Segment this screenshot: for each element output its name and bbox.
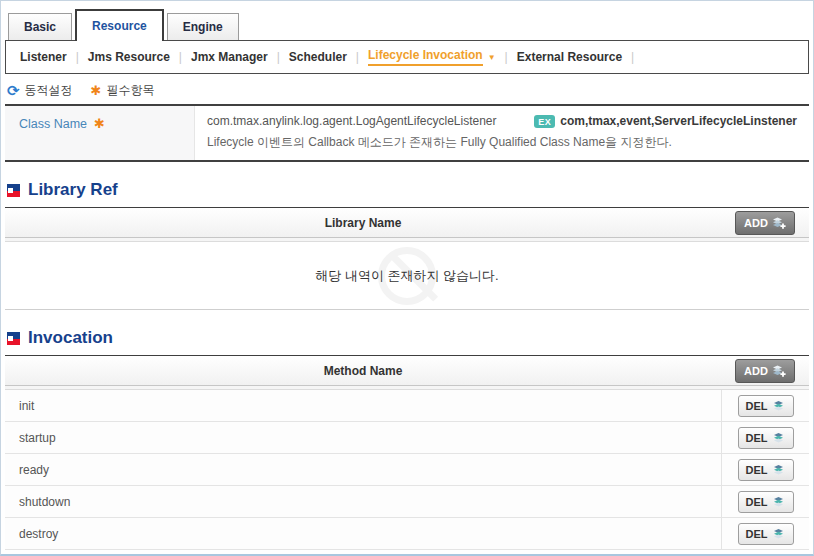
library-ref-title-text: Library Ref — [28, 180, 118, 200]
add-button-label: ADD — [744, 217, 768, 229]
lifecycle-invocation-page: Basic Resource Engine Listener | Jms Res… — [0, 0, 814, 556]
method-name-cell: destroy — [5, 518, 721, 549]
class-name-description: Lifecycle 이벤트의 Callback 메소드가 존재하는 Fully … — [207, 134, 797, 151]
subnav-separator: | — [76, 50, 79, 64]
delete-stack-icon — [772, 495, 786, 509]
example-badge: EX — [534, 115, 555, 128]
method-delete-button[interactable]: DEL — [738, 427, 794, 449]
method-name-cell: shutdown — [5, 486, 721, 517]
subnav-separator: | — [631, 50, 634, 64]
table-row: startup DEL — [5, 422, 809, 454]
tab-resource[interactable]: Resource — [75, 9, 164, 41]
resource-subnav: Listener | Jms Resource | Jmx Manager | … — [5, 40, 809, 74]
subnav-item-listener[interactable]: Listener — [20, 50, 67, 64]
subnav-separator: | — [277, 50, 280, 64]
table-row: ready DEL — [5, 454, 809, 486]
required-asterisk-icon: ✱ — [94, 117, 105, 130]
section-flag-icon — [7, 184, 20, 197]
tab-basic[interactable]: Basic — [8, 13, 72, 40]
subnav-item-external-resource[interactable]: External Resource — [517, 50, 622, 64]
subnav-separator: | — [179, 50, 182, 64]
sync-icon: ⟳ — [7, 83, 20, 98]
del-button-label: DEL — [746, 400, 768, 412]
library-name-column-header: Library Name — [5, 216, 721, 230]
class-name-example: EX com,tmax,event,ServerLifecycleLinsten… — [534, 114, 797, 128]
legend-dynamic-label: 동적설정 — [25, 82, 73, 99]
library-ref-add-button[interactable]: ADD — [735, 211, 795, 235]
invocation-add-button[interactable]: ADD — [735, 359, 795, 383]
class-name-label-cell: Class Name ✱ — [5, 106, 195, 160]
top-tab-bar: Basic Resource Engine — [1, 1, 813, 40]
library-ref-section-title: Library Ref — [5, 175, 809, 208]
method-delete-button[interactable]: DEL — [738, 491, 794, 513]
legend-required-item: ✱ 필수항목 — [91, 82, 155, 99]
method-delete-button[interactable]: DEL — [738, 523, 794, 545]
add-stack-icon — [772, 364, 786, 378]
required-asterisk-icon: ✱ — [91, 84, 102, 97]
del-button-label: DEL — [746, 496, 768, 508]
library-ref-empty-state: 해당 내역이 존재하지 않습니다. — [5, 242, 809, 310]
method-name-cell: init — [5, 390, 721, 421]
invocation-table-header: Method Name ADD — [5, 356, 809, 386]
section-flag-icon — [7, 332, 20, 345]
class-name-value-cell: com.tmax.anylink.log.agent.LogAgentLifec… — [195, 106, 809, 160]
add-button-label: ADD — [744, 365, 768, 377]
subnav-item-lifecycle-invocation[interactable]: Lifecycle Invocation ▼ — [368, 48, 496, 66]
table-row: init DEL — [5, 390, 809, 422]
subnav-item-scheduler[interactable]: Scheduler — [289, 50, 347, 64]
subnav-item-jmx-manager[interactable]: Jmx Manager — [191, 50, 268, 64]
subnav-item-jms-resource[interactable]: Jms Resource — [88, 50, 170, 64]
legend-dynamic-setting: ⟳ 동적설정 — [7, 82, 73, 99]
class-name-label: Class Name — [19, 117, 87, 131]
library-ref-table-header: Library Name ADD — [5, 208, 809, 238]
table-row: shutdown DEL — [5, 486, 809, 518]
method-name-cell: ready — [5, 454, 721, 485]
delete-stack-icon — [772, 463, 786, 477]
method-name-cell: startup — [5, 422, 721, 453]
subnav-item-label: Lifecycle Invocation — [368, 48, 483, 66]
example-text: com,tmax,event,ServerLifecycleLinstener — [560, 114, 797, 128]
chevron-down-icon: ▼ — [488, 53, 496, 62]
subnav-separator: | — [505, 50, 508, 64]
empty-message: 해당 내역이 존재하지 않습니다. — [315, 267, 498, 285]
invocation-title-text: Invocation — [28, 328, 113, 348]
del-button-label: DEL — [746, 432, 768, 444]
legend-required-label: 필수항목 — [106, 82, 154, 99]
class-name-form: Class Name ✱ com.tmax.anylink.log.agent.… — [5, 104, 809, 162]
subnav-separator: | — [356, 50, 359, 64]
method-name-column-header: Method Name — [5, 364, 721, 378]
legend: ⟳ 동적설정 ✱ 필수항목 — [7, 82, 809, 99]
invocation-method-list: init DEL startup DEL — [5, 390, 809, 550]
class-name-value: com.tmax.anylink.log.agent.LogAgentLifec… — [207, 114, 497, 128]
method-delete-button[interactable]: DEL — [738, 459, 794, 481]
tab-engine[interactable]: Engine — [167, 13, 239, 40]
delete-stack-icon — [772, 399, 786, 413]
del-button-label: DEL — [746, 464, 768, 476]
table-row: destroy DEL — [5, 518, 809, 550]
delete-stack-icon — [772, 527, 786, 541]
method-delete-button[interactable]: DEL — [738, 395, 794, 417]
invocation-section-title: Invocation — [5, 323, 809, 356]
delete-stack-icon — [772, 431, 786, 445]
del-button-label: DEL — [746, 528, 768, 540]
add-stack-icon — [772, 216, 786, 230]
